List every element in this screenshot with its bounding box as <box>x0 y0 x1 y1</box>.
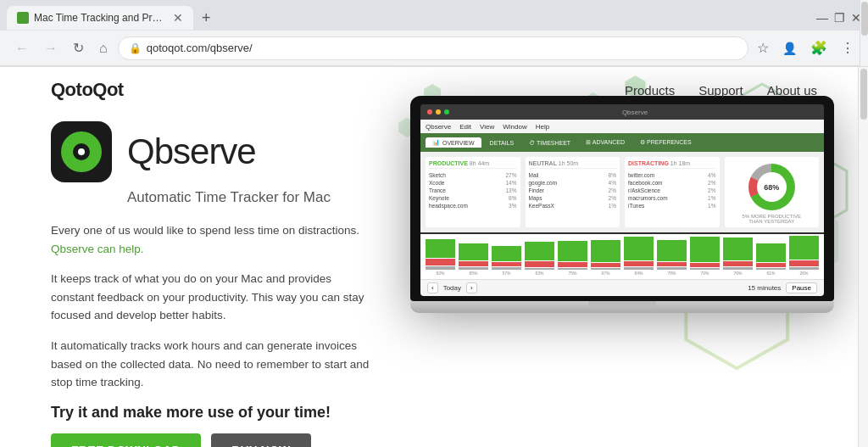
minimize-button[interactable]: — <box>817 13 827 23</box>
distracting-column: DISTRACTING 1h 18m twitter.com4% faceboo… <box>625 157 720 227</box>
help-link[interactable]: Qbserve can help. <box>51 243 144 255</box>
data-row: Maps2% <box>529 194 617 202</box>
app-tagline: Automatic Time Tracker for Mac <box>127 189 415 206</box>
app-icon <box>51 121 112 182</box>
cta-heading: Try it and make more use of your time! <box>51 404 415 422</box>
home-button[interactable]: ⌂ <box>94 37 113 59</box>
data-row: headspace.com3% <box>429 202 517 210</box>
laptop-notch <box>588 301 656 308</box>
tab-preferences[interactable]: ⚙ PREFERENCES <box>633 137 698 148</box>
menu-edit: Edit <box>459 123 471 131</box>
app-screenshot: Qbserve Qbserve Edit View Window Help <box>420 104 824 296</box>
forward-button[interactable]: → <box>39 37 63 59</box>
bar-group: 75% <box>558 241 587 276</box>
hero-left: Qbserve Automatic Time Tracker for Mac E… <box>51 113 415 447</box>
refresh-button[interactable]: ↻ <box>68 36 89 59</box>
hero-para3: It automatically tracks work hours and c… <box>51 337 373 392</box>
lock-icon: 🔒 <box>129 42 142 54</box>
hero-para1: Every one of us would like to spend less… <box>51 221 373 258</box>
today-label: Today <box>443 284 461 292</box>
bar-group: 84% <box>624 237 654 276</box>
page-content: QotoQot Products Support About us Qbserv… <box>0 67 868 447</box>
menu-window: Window <box>503 123 526 131</box>
bar-group: 78% <box>657 240 687 276</box>
laptop-mockup: Qbserve Qbserve Edit View Window Help <box>410 96 834 313</box>
bar-segment-gray <box>426 266 455 270</box>
menu-qbserve: Qbserve <box>426 123 451 131</box>
site-nav: Products Support About us <box>625 83 817 98</box>
bottom-toolbar: ‹ Today › 15 minutes Pause <box>420 279 824 296</box>
buy-button[interactable]: BUY NOW <box>211 433 311 447</box>
bar-segment-green <box>426 239 455 258</box>
nav-about[interactable]: About us <box>767 83 817 98</box>
bar-group: 65% <box>459 243 488 276</box>
tab-timesheet[interactable]: ⏱ TIMESHEET <box>522 138 577 148</box>
hero-text: Every one of us would like to spend less… <box>51 221 415 392</box>
data-row: r/AskScience2% <box>628 187 716 194</box>
tab-details[interactable]: DETAILS <box>483 138 521 148</box>
data-row: facebook.com2% <box>628 179 716 187</box>
tab-title: Mac Time Tracking and Products <box>34 12 168 24</box>
app-icon-graphic <box>61 131 102 172</box>
menu-button[interactable]: ⋮ <box>837 38 858 58</box>
data-row: Sketch27% <box>429 171 517 179</box>
bar-segment-red <box>426 259 455 265</box>
data-row: twitter.com4% <box>628 171 716 179</box>
nav-products[interactable]: Products <box>625 83 675 98</box>
site-logo[interactable]: QotoQot <box>51 79 124 101</box>
productive-header: PRODUCTIVE 8h 44m <box>429 160 517 169</box>
data-row: Trance13% <box>429 187 517 194</box>
cta-buttons: FREE DOWNLOAD BUY NOW <box>51 433 415 447</box>
bar-chart: 62% 65% <box>426 237 819 276</box>
address-text: qotoqot.com/qbserve/ <box>147 42 737 54</box>
bookmark-button[interactable]: ☆ <box>754 38 772 58</box>
new-tab-button[interactable]: + <box>197 9 216 27</box>
bar-group: 57% <box>492 246 521 276</box>
bar-group: 26% <box>789 236 819 276</box>
menu-help: Help <box>536 123 549 131</box>
restore-button[interactable]: ❐ <box>834 13 844 23</box>
scrollbar-thumb[interactable] <box>860 69 867 120</box>
prev-button[interactable]: ‹ <box>427 282 438 293</box>
bar-group: 61% <box>756 243 786 276</box>
data-row: google.com4% <box>529 179 617 187</box>
pause-button[interactable]: Pause <box>786 282 817 293</box>
app-name: Qbserve <box>127 131 256 172</box>
menu-view: View <box>480 123 494 131</box>
distracting-header: DISTRACTING 1h 18m <box>628 160 716 169</box>
browser-tab[interactable]: Mac Time Tracking and Products ✕ <box>7 6 193 30</box>
laptop-base <box>410 301 834 313</box>
donut-percentage: 68% <box>757 172 787 202</box>
bar-group: 67% <box>591 240 620 276</box>
data-row: Finder2% <box>529 187 617 194</box>
tab-overview[interactable]: 📊 OVERVIEW <box>426 137 481 148</box>
data-row: macrumors.com1% <box>628 194 716 202</box>
bar-group: 76% <box>723 237 753 276</box>
app-window: Qbserve Qbserve Edit View Window Help <box>420 104 824 296</box>
bar-chart-area: 62% 65% <box>420 234 824 279</box>
app-menu-bar: Qbserve Edit View Window Help <box>420 120 824 133</box>
page-scrollbar[interactable] <box>858 67 868 447</box>
next-button[interactable]: › <box>466 282 477 293</box>
donut-label: 5% MORE PRODUCTIVETHAN YESTERDAY <box>743 214 801 224</box>
data-row: KeePassX1% <box>529 202 617 210</box>
neutral-header: NEUTRAL 1h 50m <box>529 160 617 169</box>
laptop-screen: Qbserve Qbserve Edit View Window Help <box>410 96 834 301</box>
app-tabs: 📊 OVERVIEW DETAILS ⏱ TIMESHEET ⊞ ADVANCE… <box>420 133 824 152</box>
donut-chart: 68% <box>748 164 795 210</box>
donut-chart-column: 68% 5% MORE PRODUCTIVETHAN YESTERDAY <box>725 157 820 227</box>
extensions-button[interactable]: 🧩 <box>807 38 831 58</box>
hero-para2: It keeps track of what you do on your Ma… <box>51 270 373 325</box>
download-button[interactable]: FREE DOWNLOAD <box>51 433 201 447</box>
nav-support[interactable]: Support <box>698 83 743 98</box>
tab-close-button[interactable]: ✕ <box>173 11 183 25</box>
profile-button[interactable]: 👤 <box>779 40 800 57</box>
bar-group: 70% <box>690 237 720 276</box>
bar-group: 62% <box>426 239 455 276</box>
minutes-label: 15 minutes <box>748 284 781 292</box>
address-bar[interactable]: 🔒 qotoqot.com/qbserve/ <box>118 36 748 60</box>
product-header: Qbserve <box>51 121 415 182</box>
back-button[interactable]: ← <box>10 37 34 59</box>
bar-group: 63% <box>525 242 554 276</box>
tab-advanced[interactable]: ⊞ ADVANCED <box>579 137 632 148</box>
